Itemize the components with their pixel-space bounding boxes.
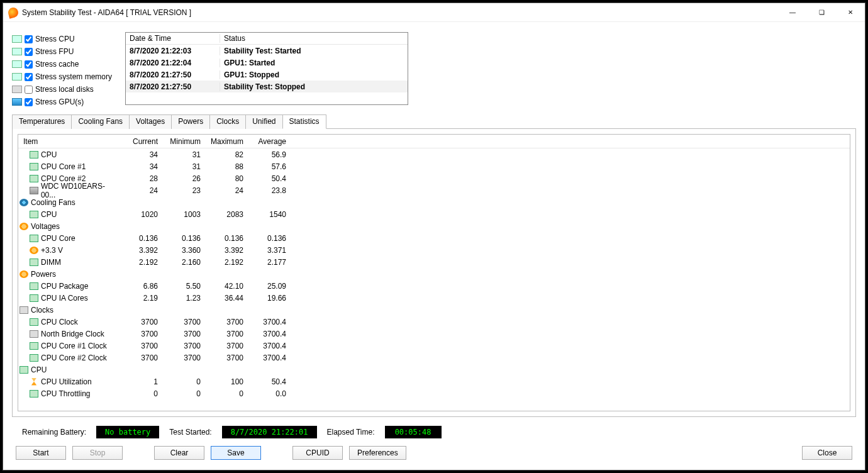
stats-item-label: CPU bbox=[41, 210, 57, 219]
stats-row[interactable]: Powers bbox=[18, 268, 850, 280]
log-row[interactable]: 8/7/2020 21:27:50Stability Test: Stopped bbox=[126, 81, 408, 92]
stats-min: 0.136 bbox=[162, 234, 204, 243]
preferences-button[interactable]: Preferences bbox=[349, 446, 406, 460]
close-window-button[interactable]: ✕ bbox=[836, 3, 865, 22]
stats-cur: 3700 bbox=[119, 353, 162, 362]
clear-button[interactable]: Clear bbox=[154, 446, 204, 460]
titlebar: System Stability Test - AIDA64 [ TRIAL V… bbox=[3, 3, 865, 22]
log-row[interactable]: 8/7/2020 21:22:04GPU1: Started bbox=[126, 57, 408, 69]
stats-cur: 1 bbox=[119, 377, 162, 386]
stats-min: 26 bbox=[162, 174, 204, 183]
battery-readout: No battery bbox=[96, 426, 159, 438]
log-header-status: Status bbox=[220, 34, 408, 43]
stress-checkbox[interactable] bbox=[25, 86, 33, 94]
stats-row[interactable]: CPU Package6.865.5042.1025.09 bbox=[18, 280, 850, 292]
stats-row[interactable]: CPU Core #228268050.4 bbox=[18, 172, 850, 184]
log-header-datetime: Date & Time bbox=[126, 34, 220, 43]
stats-row[interactable]: Voltages bbox=[18, 220, 850, 232]
tab-powers[interactable]: Powers bbox=[171, 114, 210, 129]
start-button[interactable]: Start bbox=[16, 446, 66, 460]
stats-max: 3.392 bbox=[204, 246, 247, 255]
started-readout: 8/7/2020 21:22:01 bbox=[222, 426, 317, 438]
cpuid-button[interactable]: CPUID bbox=[292, 446, 343, 460]
maximize-button[interactable]: ❏ bbox=[807, 3, 836, 22]
stats-max: 0.136 bbox=[204, 234, 247, 243]
stress-type-icon bbox=[12, 35, 22, 43]
stats-row[interactable]: Cooling Fans bbox=[18, 196, 850, 208]
stats-row[interactable]: CPU1020100320831540 bbox=[18, 208, 850, 220]
tab-temperatures[interactable]: Temperatures bbox=[12, 114, 72, 129]
stats-row[interactable]: CPU Core #134318857.6 bbox=[18, 160, 850, 172]
event-log: Date & Time Status 8/7/2020 21:22:03Stab… bbox=[125, 32, 408, 105]
stats-cur: 0 bbox=[119, 389, 162, 398]
stats-row[interactable]: CPU Core #2 Clock3700370037003700.4 bbox=[18, 352, 850, 364]
stats-cur: 24 bbox=[119, 186, 162, 195]
col-minimum[interactable]: Minimum bbox=[162, 137, 204, 146]
stats-min: 31 bbox=[162, 150, 204, 159]
elapsed-label: Elapsed Time: bbox=[327, 428, 375, 437]
tab-cooling-fans[interactable]: Cooling Fans bbox=[71, 114, 130, 129]
col-average[interactable]: Average bbox=[247, 137, 290, 146]
stats-max: 2.192 bbox=[204, 258, 247, 267]
chip-icon bbox=[30, 282, 38, 290]
stats-item-label: Clocks bbox=[31, 306, 53, 314]
stats-item: CPU bbox=[18, 210, 119, 219]
stats-row[interactable]: CPU Core0.1360.1360.1360.136 bbox=[18, 232, 850, 244]
stats-max: 82 bbox=[204, 150, 247, 159]
log-row[interactable]: 8/7/2020 21:27:50GPU1: Stopped bbox=[126, 69, 408, 81]
clk-icon bbox=[19, 306, 28, 314]
stats-row[interactable]: CPU Clock3700370037003700.4 bbox=[18, 316, 850, 328]
stats-row[interactable]: CPU Core #1 Clock3700370037003700.4 bbox=[18, 340, 850, 352]
minimize-button[interactable]: — bbox=[778, 3, 807, 22]
stats-row[interactable]: North Bridge Clock3700370037003700.4 bbox=[18, 328, 850, 340]
log-status: Stability Test: Stopped bbox=[220, 82, 408, 91]
close-button[interactable]: Close bbox=[802, 446, 852, 460]
stress-label: Stress local disks bbox=[35, 85, 94, 94]
stats-item-label: DIMM bbox=[41, 258, 61, 267]
stats-row[interactable]: CPU Utilization1010050.4 bbox=[18, 376, 850, 387]
stats-avg: 57.6 bbox=[247, 162, 290, 171]
stats-item-label: CPU Throttling bbox=[41, 389, 90, 398]
client-area: Stress CPUStress FPUStress cacheStress s… bbox=[3, 22, 865, 470]
stats-row[interactable]: +3.3 V3.3923.3603.3923.371 bbox=[18, 244, 850, 256]
stats-avg: 0.136 bbox=[247, 234, 290, 243]
stress-checkbox[interactable] bbox=[25, 35, 33, 43]
stats-max: 42.10 bbox=[204, 282, 247, 291]
stats-body[interactable]: CPU34318256.9CPU Core #134318857.6CPU Co… bbox=[18, 148, 850, 411]
tab-unified[interactable]: Unified bbox=[245, 114, 282, 129]
log-status: Stability Test: Started bbox=[220, 47, 408, 55]
save-button[interactable]: Save bbox=[211, 446, 261, 460]
tab-clocks[interactable]: Clocks bbox=[209, 114, 246, 129]
stats-header: Item Current Minimum Maximum Average bbox=[18, 135, 850, 148]
stress-checkbox[interactable] bbox=[25, 60, 33, 69]
stats-min: 1003 bbox=[162, 210, 204, 219]
stats-item: CPU Package bbox=[18, 282, 119, 291]
stats-item-label: WDC WD10EARS-00... bbox=[41, 182, 119, 199]
chip-icon bbox=[30, 294, 38, 302]
tab-voltages[interactable]: Voltages bbox=[129, 114, 172, 129]
stats-row[interactable]: DIMM2.1922.1602.1922.177 bbox=[18, 256, 850, 268]
col-item[interactable]: Item bbox=[18, 137, 119, 146]
log-datetime: 8/7/2020 21:27:50 bbox=[126, 82, 220, 91]
stress-option-list: Stress CPUStress FPUStress cacheStress s… bbox=[12, 32, 119, 108]
col-maximum[interactable]: Maximum bbox=[204, 137, 247, 146]
stats-row[interactable]: CPU IA Cores2.191.2336.4419.66 bbox=[18, 292, 850, 304]
stats-min: 23 bbox=[162, 186, 204, 195]
log-row[interactable]: 8/7/2020 21:22:03Stability Test: Started bbox=[126, 45, 408, 57]
button-row: Start Stop Clear Save CPUID Preferences … bbox=[12, 443, 856, 464]
tab-statistics[interactable]: Statistics bbox=[282, 114, 326, 129]
stats-row[interactable]: CPU Throttling0000.0 bbox=[18, 387, 850, 399]
stats-item-label: CPU Package bbox=[41, 282, 88, 291]
stats-row[interactable]: CPU34318256.9 bbox=[18, 148, 850, 160]
stress-checkbox[interactable] bbox=[25, 73, 33, 81]
stress-checkbox[interactable] bbox=[25, 98, 33, 106]
stats-row[interactable]: Clocks bbox=[18, 304, 850, 316]
stats-max: 3700 bbox=[204, 318, 247, 326]
col-current[interactable]: Current bbox=[119, 137, 162, 146]
stop-button[interactable]: Stop bbox=[72, 446, 123, 460]
stats-row[interactable]: CPU bbox=[18, 364, 850, 376]
stats-row[interactable]: WDC WD10EARS-00...24232423.8 bbox=[18, 184, 850, 196]
stress-label: Stress system memory bbox=[35, 72, 112, 81]
stress-checkbox[interactable] bbox=[25, 48, 33, 56]
stats-item: CPU Core #2 Clock bbox=[18, 353, 119, 362]
